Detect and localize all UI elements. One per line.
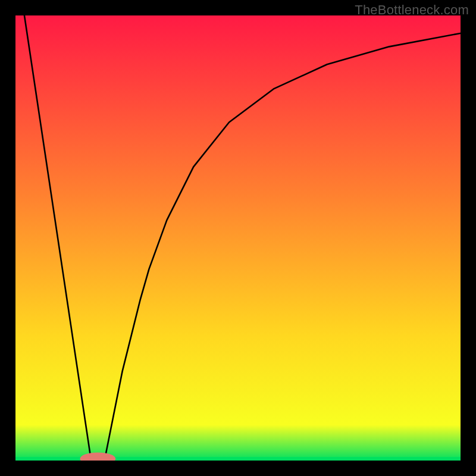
watermark-text: TheBottleneck.com bbox=[355, 2, 469, 18]
plot-area bbox=[15, 15, 461, 461]
chart-svg bbox=[15, 15, 461, 461]
chart-frame: TheBottleneck.com bbox=[0, 0, 476, 476]
gradient-background bbox=[15, 15, 461, 461]
